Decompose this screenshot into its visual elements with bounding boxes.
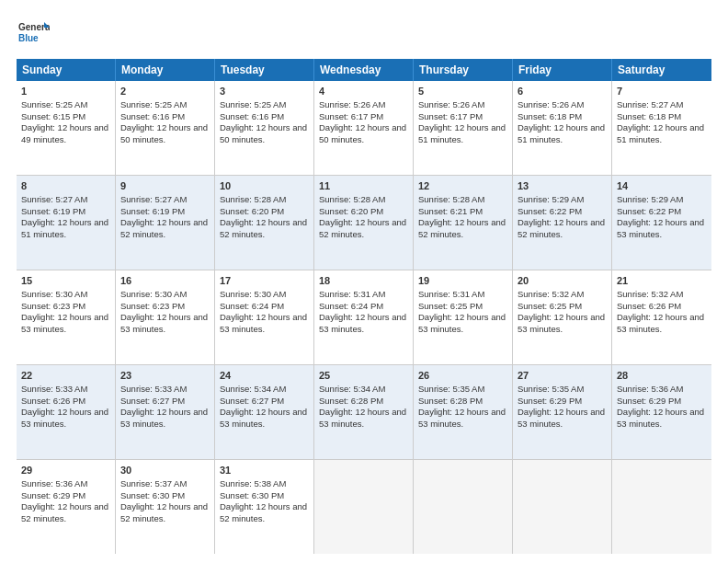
- day-number: 18: [319, 274, 408, 288]
- day-cell-25: 25 Sunrise: 5:34 AM Sunset: 6:28 PM Dayl…: [314, 365, 414, 459]
- sunrise-text: Sunrise: 5:35 AM: [418, 384, 484, 394]
- day-cell-5: 5 Sunrise: 5:26 AM Sunset: 6:17 PM Dayli…: [414, 81, 513, 175]
- sunset-text: Sunset: 6:16 PM: [120, 111, 185, 121]
- week-row-2: 8 Sunrise: 5:27 AM Sunset: 6:19 PM Dayli…: [17, 176, 711, 270]
- day-number: 7: [617, 85, 707, 98]
- sunset-text: Sunset: 6:16 PM: [220, 111, 284, 121]
- day-cell-31: 31 Sunrise: 5:38 AM Sunset: 6:30 PM Dayl…: [215, 460, 314, 554]
- day-cell-4: 4 Sunrise: 5:26 AM Sunset: 6:17 PM Dayli…: [314, 81, 414, 175]
- sunrise-text: Sunrise: 5:26 AM: [418, 99, 484, 109]
- sunset-text: Sunset: 6:21 PM: [418, 206, 483, 216]
- day-cell-24: 24 Sunrise: 5:34 AM Sunset: 6:27 PM Dayl…: [215, 365, 314, 459]
- sunrise-text: Sunrise: 5:32 AM: [617, 289, 683, 299]
- daylight-text: Daylight: 12 hours and 49 minutes.: [21, 122, 108, 144]
- daylight-text: Daylight: 12 hours and 52 minutes.: [418, 217, 506, 239]
- daylight-text: Daylight: 12 hours and 52 minutes.: [120, 217, 208, 239]
- day-number: 23: [120, 369, 210, 383]
- day-number: 3: [220, 85, 309, 98]
- day-cell-29: 29 Sunrise: 5:36 AM Sunset: 6:29 PM Dayl…: [17, 460, 116, 554]
- day-number: 30: [120, 464, 210, 477]
- sunset-text: Sunset: 6:19 PM: [120, 206, 185, 216]
- day-cell-16: 16 Sunrise: 5:30 AM Sunset: 6:23 PM Dayl…: [116, 270, 215, 364]
- daylight-text: Daylight: 12 hours and 50 minutes.: [220, 122, 307, 144]
- logo: General Blue: [17, 17, 50, 50]
- sunrise-text: Sunrise: 5:27 AM: [120, 194, 187, 204]
- sunset-text: Sunset: 6:26 PM: [21, 396, 85, 406]
- sunrise-text: Sunrise: 5:30 AM: [120, 289, 187, 299]
- day-number: 31: [220, 464, 309, 477]
- daylight-text: Daylight: 12 hours and 51 minutes.: [617, 122, 704, 144]
- day-cell-17: 17 Sunrise: 5:30 AM Sunset: 6:24 PM Dayl…: [215, 270, 314, 364]
- day-cell-14: 14 Sunrise: 5:29 AM Sunset: 6:22 PM Dayl…: [612, 176, 711, 270]
- daylight-text: Daylight: 12 hours and 53 minutes.: [319, 407, 406, 429]
- empty-cell: [612, 460, 711, 554]
- sunset-text: Sunset: 6:25 PM: [418, 301, 483, 311]
- sunset-text: Sunset: 6:23 PM: [120, 301, 185, 311]
- day-number: 6: [518, 85, 607, 98]
- day-cell-19: 19 Sunrise: 5:31 AM Sunset: 6:25 PM Dayl…: [414, 270, 513, 364]
- day-cell-18: 18 Sunrise: 5:31 AM Sunset: 6:24 PM Dayl…: [314, 270, 414, 364]
- empty-cell: [414, 460, 513, 554]
- sunset-text: Sunset: 6:20 PM: [220, 206, 284, 216]
- sunset-text: Sunset: 6:26 PM: [617, 301, 681, 311]
- sunset-text: Sunset: 6:30 PM: [220, 490, 284, 500]
- day-number: 21: [617, 274, 707, 288]
- day-number: 20: [518, 274, 607, 288]
- sunset-text: Sunset: 6:19 PM: [21, 206, 85, 216]
- logo-svg: General Blue: [17, 17, 50, 50]
- day-number: 9: [120, 179, 210, 193]
- sunrise-text: Sunrise: 5:33 AM: [120, 384, 187, 394]
- header-sunday: Sunday: [17, 59, 116, 81]
- sunrise-text: Sunrise: 5:25 AM: [21, 99, 87, 109]
- sunrise-text: Sunrise: 5:26 AM: [518, 99, 584, 109]
- day-cell-3: 3 Sunrise: 5:25 AM Sunset: 6:16 PM Dayli…: [215, 81, 314, 175]
- sunset-text: Sunset: 6:29 PM: [617, 396, 681, 406]
- day-cell-15: 15 Sunrise: 5:30 AM Sunset: 6:23 PM Dayl…: [17, 270, 116, 364]
- day-cell-26: 26 Sunrise: 5:35 AM Sunset: 6:28 PM Dayl…: [414, 365, 513, 459]
- daylight-text: Daylight: 12 hours and 53 minutes.: [617, 407, 704, 429]
- day-cell-27: 27 Sunrise: 5:35 AM Sunset: 6:29 PM Dayl…: [513, 365, 612, 459]
- day-cell-8: 8 Sunrise: 5:27 AM Sunset: 6:19 PM Dayli…: [17, 176, 116, 270]
- day-number: 16: [120, 274, 210, 288]
- day-number: 4: [319, 85, 408, 98]
- sunset-text: Sunset: 6:17 PM: [319, 111, 383, 121]
- day-cell-23: 23 Sunrise: 5:33 AM Sunset: 6:27 PM Dayl…: [116, 365, 215, 459]
- sunrise-text: Sunrise: 5:35 AM: [518, 384, 584, 394]
- day-number: 26: [418, 369, 507, 383]
- sunrise-text: Sunrise: 5:28 AM: [220, 194, 286, 204]
- day-cell-20: 20 Sunrise: 5:32 AM Sunset: 6:25 PM Dayl…: [513, 270, 612, 364]
- daylight-text: Daylight: 12 hours and 52 minutes.: [319, 217, 406, 239]
- daylight-text: Daylight: 12 hours and 52 minutes.: [220, 217, 307, 239]
- day-cell-11: 11 Sunrise: 5:28 AM Sunset: 6:20 PM Dayl…: [314, 176, 414, 270]
- daylight-text: Daylight: 12 hours and 53 minutes.: [319, 312, 406, 334]
- sunset-text: Sunset: 6:28 PM: [319, 396, 383, 406]
- sunrise-text: Sunrise: 5:25 AM: [220, 99, 286, 109]
- sunrise-text: Sunrise: 5:28 AM: [418, 194, 484, 204]
- sunrise-text: Sunrise: 5:29 AM: [617, 194, 683, 204]
- daylight-text: Daylight: 12 hours and 53 minutes.: [120, 312, 208, 334]
- sunrise-text: Sunrise: 5:31 AM: [418, 289, 484, 299]
- sunrise-text: Sunrise: 5:25 AM: [120, 99, 187, 109]
- sunset-text: Sunset: 6:28 PM: [418, 396, 483, 406]
- day-cell-12: 12 Sunrise: 5:28 AM Sunset: 6:21 PM Dayl…: [414, 176, 513, 270]
- calendar-body: 1 Sunrise: 5:25 AM Sunset: 6:15 PM Dayli…: [17, 81, 711, 554]
- day-number: 1: [21, 85, 110, 98]
- day-number: 29: [21, 464, 110, 477]
- sunrise-text: Sunrise: 5:33 AM: [21, 384, 87, 394]
- day-number: 27: [518, 369, 607, 383]
- week-row-1: 1 Sunrise: 5:25 AM Sunset: 6:15 PM Dayli…: [17, 81, 711, 176]
- sunset-text: Sunset: 6:27 PM: [220, 396, 284, 406]
- calendar: SundayMondayTuesdayWednesdayThursdayFrid…: [17, 59, 711, 554]
- day-number: 28: [617, 369, 707, 383]
- sunset-text: Sunset: 6:22 PM: [617, 206, 681, 216]
- daylight-text: Daylight: 12 hours and 52 minutes.: [21, 501, 108, 523]
- week-row-3: 15 Sunrise: 5:30 AM Sunset: 6:23 PM Dayl…: [17, 270, 711, 365]
- week-row-4: 22 Sunrise: 5:33 AM Sunset: 6:26 PM Dayl…: [17, 365, 711, 460]
- daylight-text: Daylight: 12 hours and 53 minutes.: [120, 407, 208, 429]
- day-cell-9: 9 Sunrise: 5:27 AM Sunset: 6:19 PM Dayli…: [116, 176, 215, 270]
- daylight-text: Daylight: 12 hours and 50 minutes.: [319, 122, 406, 144]
- day-cell-2: 2 Sunrise: 5:25 AM Sunset: 6:16 PM Dayli…: [116, 81, 215, 175]
- daylight-text: Daylight: 12 hours and 53 minutes.: [617, 217, 704, 239]
- daylight-text: Daylight: 12 hours and 51 minutes.: [418, 122, 506, 144]
- daylight-text: Daylight: 12 hours and 53 minutes.: [518, 407, 605, 429]
